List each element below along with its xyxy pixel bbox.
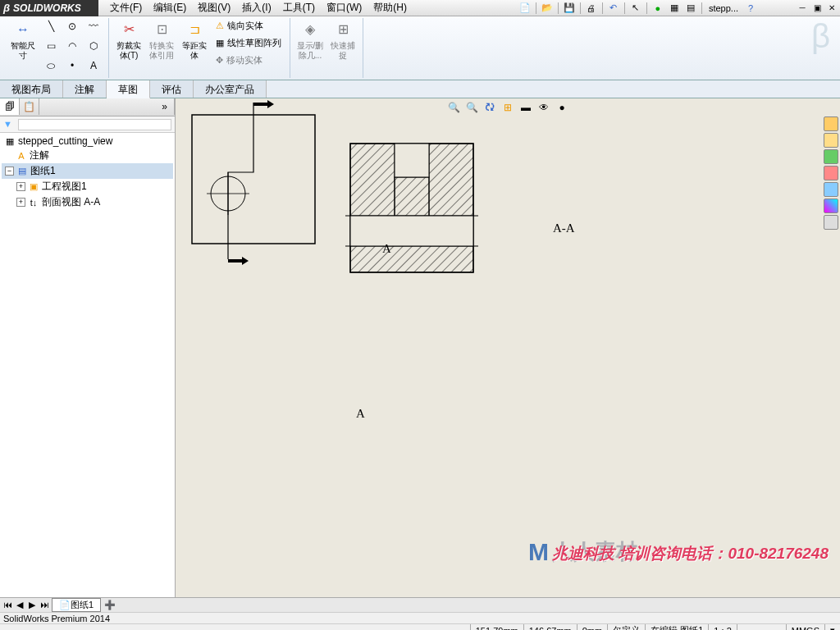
doc-props-icon[interactable]: ▤ [683,2,698,15]
feature-tree-tab-icon[interactable]: 🗐 [0,98,20,115]
collapse-icon[interactable]: − [5,167,14,176]
status-scale[interactable]: 1 : 2 [708,624,736,630]
drawing-canvas[interactable]: 🔍 🔍 🗘 ⊞ ▬ 👁 ● A A [176,98,840,597]
add-sheet-icon[interactable]: ➕ [101,600,119,610]
help-icon[interactable]: ? [743,2,758,15]
ribbon-group-edit: ✂ 剪裁实体(T) ⊡ 转换实体引用 ⊐ 等距实体 ⚠镜向实体 ▦线性草图阵列 … [109,18,290,78]
menu-insert[interactable]: 插入(I) [237,0,276,16]
tree-root[interactable]: ▦ stepped_cutting_view [2,135,173,148]
appearances-icon[interactable] [824,182,838,197]
mirror-button[interactable]: ⚠镜向实体 [212,18,285,34]
show-hide-icon: ◈ [300,20,320,39]
tree-drawing-view[interactable]: + ▣ 工程视图1 [2,179,173,194]
offset-button[interactable]: ⊐ 等距实体 [180,18,209,61]
polygon-icon[interactable]: ⬡ [84,38,103,54]
task-pane [824,116,840,230]
section-view-icon[interactable]: ⊞ [500,100,515,115]
tree-annotations[interactable]: A 注解 [2,148,173,163]
new-doc-icon[interactable]: 📄 [518,2,532,15]
line-icon[interactable]: ╲ [41,18,61,34]
rebuild-icon[interactable]: ● [651,2,665,15]
view-palette-icon[interactable] [824,166,838,180]
smart-dimension-button[interactable]: ↔ 智能尺寸 [8,18,38,61]
status-extra-icon[interactable]: ▾ [824,624,840,630]
main-area: 🗐 📋 » ▼ ▦ stepped_cutting_view A 注解 − ▤ [0,98,840,597]
sheet-next-icon[interactable]: ▶ [26,600,38,610]
sheet-tab[interactable]: 📄图纸1 [52,598,101,612]
expand-icon[interactable]: + [16,182,25,191]
slot-icon[interactable]: ⬭ [41,57,61,74]
file-explorer-icon[interactable] [824,149,838,164]
minimize-icon[interactable]: ─ [796,2,809,13]
panel-expand-icon[interactable]: » [155,98,175,115]
tab-annotation[interactable]: 注解 [63,80,107,98]
tree-sheet[interactable]: − ▤ 图纸1 [2,163,173,179]
menu-edit[interactable]: 编辑(E) [148,0,191,16]
filter-input[interactable] [18,119,171,130]
front-view [176,98,340,279]
design-lib-icon[interactable] [824,133,838,148]
section-view [342,139,498,279]
text-icon[interactable]: A [84,57,103,74]
hide-show-icon[interactable]: 👁 [536,100,551,115]
doc-name: stepp... [705,3,742,13]
sheet-last-icon[interactable]: ⏭ [39,600,50,610]
undo-icon[interactable]: ↶ [606,2,621,15]
rect-icon[interactable]: ▭ [41,38,61,54]
status-x: 151.79mm [470,624,523,630]
sheet-nav: ⏮ ◀ ▶ ⏭ [0,600,52,610]
zoom-fit-icon[interactable]: 🔍 [446,100,461,115]
move-button[interactable]: ✥移动实体 [212,52,285,68]
tree-filter: ▼ [0,116,175,133]
tree-section-view[interactable]: + t↓ 剖面视图 A-A [2,194,173,210]
quick-snap-button[interactable]: ⊞ 快速捕捉 [328,18,358,61]
tab-office[interactable]: 办公室产品 [194,80,267,98]
tab-evaluate[interactable]: 评估 [150,80,194,98]
custom-props-icon[interactable] [824,199,838,213]
watermark-text: 兆迪科技 培训咨询电话：010-82176248 [552,543,829,564]
panel-tabs: 🗐 📋 » [0,98,175,116]
filter-icon[interactable]: ▼ [3,119,15,130]
select-icon[interactable]: ↖ [628,2,643,15]
show-hide-button[interactable]: ◈ 显示/删除几... [295,18,325,61]
prev-view-icon[interactable]: 🗘 [482,100,497,115]
pattern-button[interactable]: ▦线性草图阵列 [212,35,285,51]
app-name: SOLIDWORKS [13,2,81,14]
tab-sketch[interactable]: 草图 [107,80,150,98]
expand-icon[interactable]: + [16,198,25,207]
spline-icon[interactable]: 〰 [84,18,103,34]
open-icon[interactable]: 📂 [540,2,555,15]
print-icon[interactable]: 🖨 [584,2,599,15]
sheet-prev-icon[interactable]: ◀ [14,600,25,610]
maximize-icon[interactable]: ▣ [810,2,824,13]
menu-window[interactable]: 窗口(W) [322,0,367,16]
options-icon[interactable]: ▦ [667,2,682,15]
circle-icon[interactable]: ⊙ [62,18,82,34]
view-toolbar: 🔍 🔍 🗘 ⊞ ▬ 👁 ● [446,100,569,115]
convert-button[interactable]: ⊡ 转换实体引用 [147,18,176,61]
menu-tools[interactable]: 工具(T) [278,0,320,16]
view-icon: ▣ [27,181,40,193]
menu-help[interactable]: 帮助(H) [368,0,412,16]
status-units[interactable]: MMGS [786,624,824,630]
section-icon: t↓ [27,197,40,208]
forum-icon[interactable] [824,215,838,230]
close-icon[interactable]: ✕ [825,2,838,13]
point-icon[interactable]: • [62,57,82,74]
property-tab-icon[interactable]: 📋 [20,98,39,115]
sheet-first-icon[interactable]: ⏮ [2,600,13,610]
display-style-icon[interactable]: ▬ [518,100,533,115]
arc-icon[interactable]: ◠ [62,38,82,54]
trim-icon: ✂ [119,20,139,39]
menu-file[interactable]: 文件(F) [105,0,147,16]
wm-m-icon: M [528,538,549,566]
appearance-icon[interactable]: ● [555,100,569,115]
zoom-area-icon[interactable]: 🔍 [464,100,479,115]
resources-icon[interactable] [824,116,838,131]
save-icon[interactable]: 💾 [562,2,577,15]
tab-view-layout[interactable]: 视图布局 [0,80,63,98]
status-editing[interactable]: 在编辑 图纸1 [645,624,708,630]
trim-button[interactable]: ✂ 剪裁实体(T) [114,18,144,61]
menu-view[interactable]: 视图(V) [193,0,235,16]
ribbon-group-dimension: ↔ 智能尺寸 ╲ ⊙ 〰 ▭ ◠ ⬡ ⬭ • A [3,18,109,78]
